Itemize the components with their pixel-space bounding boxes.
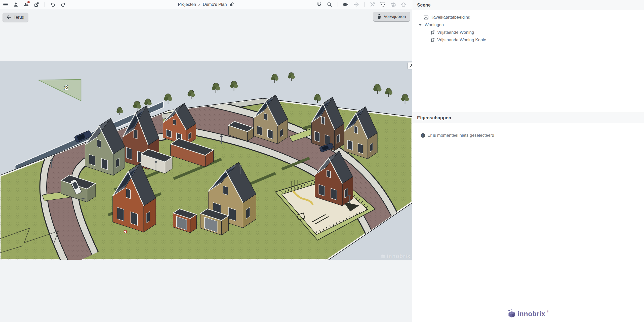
tree-item-vrijstaande-woning-kopie[interactable]: Vrijstaande Woning Kopie — [412, 36, 644, 44]
delete-button[interactable]: Verwijderen — [373, 12, 410, 21]
empty-selection-text: Er is momenteel niets geselecteerd — [427, 133, 494, 138]
toolbar-separator — [338, 2, 338, 7]
expand-button[interactable] — [408, 62, 412, 69]
polygon-icon — [430, 38, 435, 43]
home-icon[interactable] — [400, 2, 407, 8]
tree-item-label: Woningen — [425, 22, 444, 27]
breadcrumb: Projecten > Demo's Plan — [178, 0, 234, 9]
cart-icon[interactable] — [380, 2, 386, 8]
registered-mark: ® — [547, 310, 549, 313]
share-icon[interactable] — [33, 2, 39, 8]
right-panel: Scene Kavelkaartafbeelding Woningen Vrij… — [412, 0, 644, 322]
road-sign — [124, 230, 127, 233]
expand-icon — [409, 63, 412, 68]
unlock-icon[interactable] — [229, 2, 234, 7]
menu-icon[interactable] — [3, 2, 9, 8]
scene-panel-title: Scene — [417, 3, 431, 8]
toolbar-separator — [45, 2, 45, 7]
tree-item-label: Vrijstaande Woning — [437, 30, 474, 35]
back-button-label: Terug — [14, 15, 24, 20]
top-toolbar: Projecten > Demo's Plan — [0, 0, 412, 9]
scene-tree: Kavelkaartafbeelding Woningen Vrijstaand… — [412, 10, 644, 44]
layers-icon[interactable] — [390, 2, 396, 8]
user-icon[interactable] — [13, 2, 19, 8]
tools-icon[interactable] — [370, 2, 376, 8]
tree-item-label: Kavelkaartafbeelding — [430, 15, 470, 20]
undo-icon[interactable] — [50, 2, 56, 8]
tree-item-vrijstaande-woning[interactable]: Vrijstaande Woning — [412, 29, 644, 36]
tree-item-woningen[interactable]: Woningen — [412, 21, 644, 29]
info-icon: i — [421, 133, 425, 138]
redo-icon[interactable] — [60, 2, 66, 8]
sun-icon[interactable] — [353, 2, 359, 8]
innobrix-logo-text: innobrix — [517, 310, 545, 318]
tree-item-kavelkaartafbeelding[interactable]: Kavelkaartafbeelding — [412, 14, 644, 21]
breadcrumb-current: Demo's Plan — [203, 2, 227, 7]
scene-panel-header: Scene — [412, 0, 644, 10]
toolbar-separator — [364, 2, 365, 7]
arrow-left-icon — [7, 15, 11, 19]
innobrix-app: Projecten > Demo's Plan — [0, 0, 644, 322]
magnet-icon[interactable] — [316, 2, 322, 8]
properties-panel-title: Eigenschappen — [417, 115, 451, 121]
users-icon[interactable] — [23, 2, 29, 8]
lot-marker-label: 2 — [64, 84, 68, 91]
scene-render: 2 — [0, 61, 412, 260]
camera-icon[interactable] — [343, 2, 349, 8]
zoom-in-icon[interactable] — [327, 2, 333, 8]
polygon-icon — [430, 30, 435, 35]
notification-dot — [27, 1, 30, 3]
trash-icon — [377, 14, 381, 19]
innobrix-logo: innobrix ® — [507, 309, 549, 319]
breadcrumb-projects-link[interactable]: Projecten — [178, 2, 196, 7]
toolbar-left-group — [3, 0, 66, 9]
viewport-area: Terug Verwijderen — [0, 9, 412, 322]
delete-button-label: Verwijderen — [384, 14, 406, 19]
properties-panel-header: Eigenschappen — [412, 113, 644, 123]
breadcrumb-separator: > — [198, 3, 200, 7]
back-button[interactable]: Terug — [3, 13, 28, 22]
empty-selection-message: i Er is momenteel niets geselecteerd — [421, 133, 644, 138]
toolbar-right-group — [316, 0, 407, 9]
viewport-3d[interactable]: 2 innobrix — [0, 61, 412, 260]
caret-down-icon[interactable] — [418, 22, 423, 27]
image-icon — [423, 15, 428, 20]
properties-panel-body: i Er is momenteel niets geselecteerd — [412, 123, 644, 138]
tree-item-label: Vrijstaande Woning Kopie — [437, 38, 486, 43]
innobrix-logo-icon — [507, 309, 516, 319]
